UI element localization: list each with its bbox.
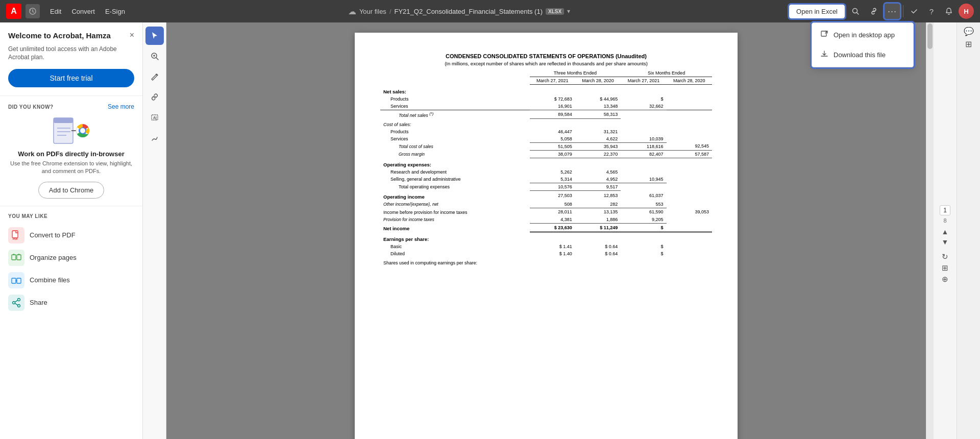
download-icon [820, 50, 828, 60]
table-row: Income before provision for income taxes… [380, 208, 712, 216]
table-row: Gross margin 38,079 22,370 82,407 57,587 [380, 150, 712, 158]
open-in-excel-button[interactable]: Open in Excel [789, 5, 845, 18]
svg-point-20 [18, 298, 20, 301]
draw-tool-button[interactable] [145, 129, 164, 147]
open-desktop-icon [820, 30, 828, 40]
table-row: Net income $ 23,630 $ 11,249 $ [380, 224, 712, 232]
svg-point-21 [18, 304, 20, 307]
start-free-trial-button[interactable]: Start free trial [8, 69, 134, 87]
welcome-section: Welcome to Acrobat, Hamza × Get unlimite… [0, 22, 142, 96]
comments-panel-button[interactable]: 💬 [964, 27, 974, 36]
welcome-title: Welcome to Acrobat, Hamza [8, 31, 111, 41]
dropdown-menu: Open in desktop app Download this file [812, 22, 914, 67]
annotate-tool-button[interactable] [145, 67, 164, 86]
organize-pages-label: Organize pages [30, 254, 77, 261]
scrollbar-thumb[interactable] [927, 23, 933, 49]
table-row: Diluted $ 1.40$ 0.64$ [380, 250, 712, 257]
combine-files-label: Combine files [30, 276, 70, 284]
text-select-tool-button[interactable]: A| [145, 108, 164, 127]
scrollbar-track[interactable] [926, 22, 934, 439]
history-button[interactable] [26, 4, 40, 18]
svg-rect-19 [17, 278, 21, 283]
main-area: Welcome to Acrobat, Hamza × Get unlimite… [0, 22, 980, 439]
col-header-six-months: Six Months Ended [621, 69, 712, 77]
page-number-box: 1 [940, 205, 950, 215]
share-item[interactable]: Share [8, 291, 134, 314]
see-more-button[interactable]: See more [108, 103, 134, 110]
table-row: Provision for income taxes 4,381 1,886 9… [380, 216, 712, 224]
organize-pages-icon [8, 250, 24, 266]
menu-edit[interactable]: Edit [46, 6, 65, 17]
svg-line-2 [857, 13, 859, 15]
financial-table: Three Months Ended Six Months Ended Marc… [380, 69, 712, 266]
you-may-like-section: YOU MAY LIKE PDF Convert to PDF Organize… [0, 206, 142, 321]
left-panel: Welcome to Acrobat, Hamza × Get unlimite… [0, 22, 143, 439]
zoom-button[interactable]: ⊕ [942, 275, 948, 284]
notification-icon-button[interactable] [941, 4, 957, 19]
view-mode-button[interactable]: ⊞ [942, 263, 948, 273]
thumbnails-panel-button[interactable]: ⊞ [965, 39, 972, 49]
checkmark-icon-button[interactable] [906, 4, 922, 19]
scroll-up-button[interactable]: ▲ [942, 228, 949, 236]
share-label: Share [30, 299, 47, 306]
topbar-divider [903, 5, 903, 17]
share-icon [8, 295, 24, 311]
breadcrumb-chevron-icon[interactable]: ▾ [567, 8, 570, 15]
table-row: Research and development 5,2624,565 [380, 168, 712, 176]
date-header-six-march2021: March 27, 2021 [621, 77, 666, 85]
breadcrumb-separator: / [389, 8, 391, 15]
organize-pages-item[interactable]: Organize pages [8, 247, 134, 269]
svg-rect-15 [17, 255, 21, 260]
table-row: Shares used in computing earnings per sh… [380, 257, 712, 266]
table-row: Other income/(expense), net 508 282 553 [380, 201, 712, 208]
table-row: Total operating expenses 10,576 9,517 [380, 183, 712, 191]
more-options-button[interactable]: ··· [885, 4, 900, 19]
pdf-chrome-icon [51, 115, 92, 146]
convert-to-pdf-item[interactable]: PDF Convert to PDF [8, 224, 134, 247]
table-row: Cost of sales: [380, 119, 712, 128]
did-you-know-section: DID YOU KNOW? See more [0, 96, 142, 206]
table-row: Products 46,44731,321 [380, 128, 712, 135]
svg-line-24 [15, 303, 17, 305]
avatar[interactable]: H [959, 4, 974, 19]
link-tool-button[interactable] [145, 88, 164, 106]
add-to-chrome-button[interactable]: Add to Chrome [38, 182, 104, 199]
table-row: Operating income 27,50312,85361,037 [380, 191, 712, 201]
menu-convert[interactable]: Convert [67, 6, 99, 17]
welcome-close-button[interactable]: × [130, 31, 134, 40]
help-icon-button[interactable]: ? [924, 4, 939, 19]
table-row: Products $ 72,683$ 44,965$ [380, 95, 712, 103]
download-file-item[interactable]: Download this file [812, 45, 913, 65]
zoom-tool-button[interactable] [145, 47, 164, 65]
combine-files-item[interactable]: Combine files [8, 269, 134, 291]
find-icon-button[interactable] [848, 4, 863, 19]
acrobat-logo: A [6, 4, 21, 19]
dyk-subdescription: Use the free Chrome extension to view, h… [8, 160, 134, 176]
svg-text:PDF: PDF [13, 237, 18, 240]
table-row: Earnings per share: [380, 232, 712, 243]
svg-point-22 [13, 301, 15, 304]
date-header-march28-2020: March 28, 2020 [575, 77, 621, 85]
open-desktop-app-item[interactable]: Open in desktop app [812, 25, 913, 45]
svg-line-23 [15, 300, 17, 302]
document-page: CONDENSED CONSOLIDATED STATEMENTS OF OPE… [355, 33, 738, 439]
welcome-description: Get unlimited tool access with an Adobe … [8, 45, 134, 62]
convert-pdf-label: Convert to PDF [30, 231, 76, 239]
breadcrumb-root[interactable]: Your files [359, 8, 386, 15]
file-type-badge: XLSX [546, 8, 564, 15]
table-row: Net sales: [380, 85, 712, 95]
menu-esign[interactable]: E-Sign [101, 6, 129, 17]
menu-items: Edit Convert E-Sign [46, 6, 129, 17]
share-link-icon-button[interactable] [866, 4, 881, 19]
select-tool-button[interactable] [145, 27, 164, 45]
table-row: Total cost of sales 51,505 35,943 118,61… [380, 142, 712, 150]
table-row: Services 5,058 4,622 10,039 [380, 135, 712, 143]
col-header-three-months: Three Months Ended [530, 69, 621, 77]
breadcrumb: ☁ Your files / FY21_Q2_Consolidated_Fina… [133, 7, 785, 16]
document-area[interactable]: CONDENSED CONSOLIDATED STATEMENTS OF OPE… [166, 22, 926, 439]
refresh-button[interactable]: ↻ [942, 252, 948, 261]
dyk-description: Work on PDFs directly in-browser [18, 150, 125, 158]
topbar-right-icons: ? H [906, 4, 974, 19]
you-may-like-label: YOU MAY LIKE [8, 213, 134, 219]
scroll-down-button[interactable]: ▼ [942, 238, 949, 246]
